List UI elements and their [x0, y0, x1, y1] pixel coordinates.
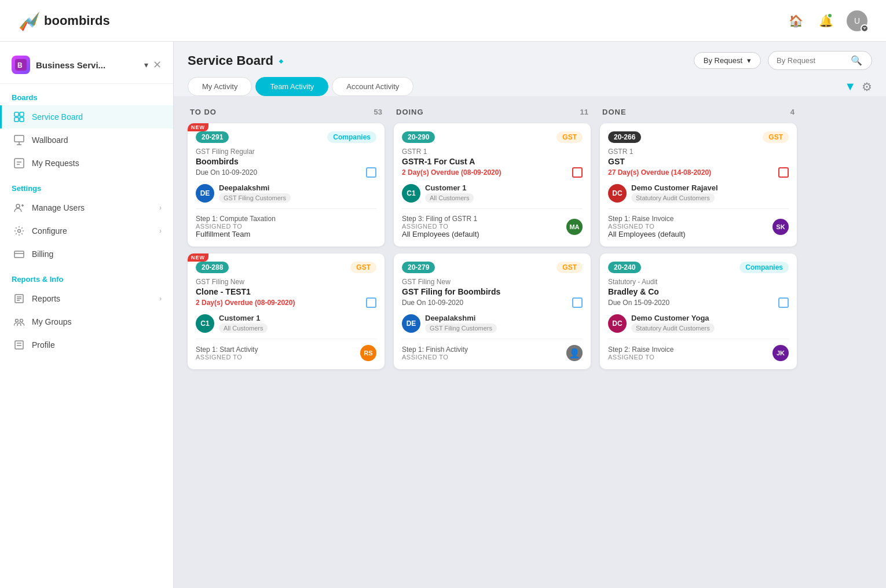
- due-icon: [778, 167, 789, 178]
- page-title: Service Board: [188, 53, 273, 68]
- card-step-row: Step 1: Finish Activity ASSIGNED TO 👤: [402, 345, 583, 361]
- column-done-title: DONE: [602, 108, 627, 116]
- configure-icon: [13, 225, 25, 237]
- search-icon: 🔍: [851, 55, 862, 66]
- step-team: All Employees (default): [402, 230, 479, 238]
- card-assignee: DE Deepalakshmi GST Filing Customers: [402, 314, 583, 339]
- card-tag: GST: [763, 131, 789, 143]
- card-20-266[interactable]: 20-266 GST GSTR 1 GST 27 Day(s) Overdue …: [600, 123, 797, 247]
- column-doing: DOING 11 20-290 GST GSTR 1 GSTR-1 For Cu…: [394, 108, 591, 576]
- sidebar-billing-label: Billing: [32, 249, 162, 259]
- sidebar-item-my-requests[interactable]: My Requests: [0, 152, 173, 175]
- tabs-row: My Activity Team Activity Account Activi…: [188, 77, 872, 96]
- sidebar-item-wallboard[interactable]: Wallboard: [0, 128, 173, 152]
- card-category: GST Filing New: [402, 278, 583, 286]
- card-name: Clone - TEST1: [196, 287, 376, 296]
- card-step-row: Step 3: Filing of GSTR 1 ASSIGNED TO All…: [402, 215, 583, 238]
- nav-right: 🏠 🔔 U: [786, 10, 867, 31]
- sidebar-close-icon[interactable]: ✕: [153, 58, 162, 71]
- sidebar-item-reports[interactable]: Reports ›: [0, 287, 173, 310]
- assignee-info: Deepalakshmi GST Filing Customers: [219, 183, 291, 203]
- page-title-dot-icon: ⬥: [278, 54, 284, 67]
- step-info: Step 2: Raise Invoice ASSIGNED TO: [608, 346, 673, 361]
- board-settings-icon[interactable]: ⚙: [862, 80, 872, 94]
- card-category: Statutory - Audit: [608, 278, 789, 286]
- step-label: ASSIGNED TO: [196, 354, 258, 361]
- notifications-icon[interactable]: 🔔: [817, 12, 835, 30]
- card-20-291[interactable]: NEW 20-291 Companies GST Filing Regular …: [188, 123, 385, 247]
- svg-rect-29: [15, 341, 23, 349]
- assignee-avatar: DE: [196, 184, 214, 203]
- by-request-chevron-icon: ▾: [747, 56, 751, 65]
- assignee-info: Demo Customer Rajavel Statutory Audit Cu…: [631, 183, 718, 203]
- column-done: DONE 4 20-266 GST GSTR 1 GST 27 Day(s) O…: [600, 108, 797, 576]
- sidebar-chevron-icon[interactable]: ▾: [144, 60, 148, 69]
- card-category: GSTR 1: [402, 148, 583, 156]
- assignee-group: GST Filing Customers: [425, 324, 497, 333]
- card-id-badge: 20-290: [402, 131, 435, 143]
- assignee-info: Deepalakshmi GST Filing Customers: [425, 314, 497, 333]
- assignee-avatar: DC: [608, 314, 627, 333]
- assignee-name: Deepalakshmi: [425, 314, 497, 322]
- sidebar-section-reports: Reports & Info: [0, 266, 173, 287]
- card-category: GSTR 1: [608, 148, 789, 156]
- assignee-group: Statutory Audit Customers: [631, 324, 715, 333]
- card-top: 20-240 Companies: [608, 262, 789, 273]
- card-due: Due On 10-09-2020: [402, 299, 463, 307]
- card-due: Due On 10-09-2020: [196, 168, 257, 177]
- sidebar-my-requests-label: My Requests: [32, 159, 162, 168]
- sidebar-item-service-board[interactable]: Service Board: [0, 105, 173, 128]
- card-20-290[interactable]: 20-290 GST GSTR 1 GSTR-1 For Cust A 2 Da…: [394, 123, 591, 247]
- due-icon: [572, 297, 583, 308]
- tab-controls: ▼ ⚙: [844, 80, 872, 94]
- card-id-badge: 20-240: [608, 262, 641, 273]
- step-avatar: MA: [566, 219, 583, 235]
- column-done-count: 4: [790, 108, 795, 116]
- card-step: Step 3: Filing of GSTR 1: [402, 215, 479, 223]
- assignee-info: Customer 1 All Customers: [425, 183, 474, 203]
- step-team: All Employees (default): [608, 230, 686, 238]
- card-id-badge: 20-288: [196, 262, 229, 273]
- step-label: ASSIGNED TO: [196, 223, 276, 230]
- card-name: GST Filing for Boombirds: [402, 287, 583, 296]
- sidebar-item-profile[interactable]: Profile: [0, 333, 173, 357]
- card-step: Step 2: Raise Invoice: [608, 346, 673, 354]
- card-category: GST Filing New: [196, 278, 376, 286]
- card-tag: GST: [557, 262, 583, 273]
- card-due-row: Due On 15-09-2020: [608, 297, 789, 308]
- logo-area: boombirds: [19, 10, 110, 31]
- user-avatar[interactable]: U: [847, 10, 867, 31]
- card-due-row: 2 Day(s) Overdue (08-09-2020): [402, 167, 583, 178]
- tab-account-activity[interactable]: Account Activity: [332, 77, 413, 96]
- sidebar-item-billing[interactable]: Billing: [0, 242, 173, 266]
- sidebar-item-configure[interactable]: Configure ›: [0, 219, 173, 242]
- home-icon[interactable]: 🏠: [786, 12, 805, 30]
- sidebar-item-my-groups[interactable]: My Groups: [0, 310, 173, 333]
- step-info: Step 1: Raise Invoice ASSIGNED TO All Em…: [608, 215, 686, 238]
- by-request-dropdown[interactable]: By Request ▾: [694, 52, 761, 69]
- assignee-group: GST Filing Customers: [219, 193, 291, 203]
- reports-icon: [13, 293, 25, 304]
- search-input[interactable]: [777, 56, 846, 65]
- filter-icon[interactable]: ▼: [844, 80, 856, 93]
- step-label: ASSIGNED TO: [402, 223, 479, 230]
- sidebar-item-manage-users[interactable]: Manage Users ›: [0, 196, 173, 219]
- service-board-icon: [13, 111, 25, 123]
- svg-rect-9: [14, 117, 19, 122]
- card-20-240[interactable]: 20-240 Companies Statutory - Audit Bradl…: [600, 253, 797, 369]
- assignee-group: Statutory Audit Customers: [631, 193, 715, 203]
- tab-team-activity[interactable]: Team Activity: [255, 77, 328, 96]
- sidebar-reports-label: Reports: [32, 294, 152, 303]
- card-20-288[interactable]: NEW 20-288 GST GST Filing New Clone - TE…: [188, 253, 385, 369]
- profile-icon: [13, 339, 25, 351]
- assignee-avatar: C1: [196, 314, 214, 333]
- tab-my-activity[interactable]: My Activity: [188, 77, 252, 96]
- card-due-row: 2 Day(s) Overdue (08-09-2020): [196, 297, 376, 308]
- sidebar-header: B Business Servi... ▾ ✕: [0, 51, 173, 84]
- card-20-279[interactable]: 20-279 GST GST Filing New GST Filing for…: [394, 253, 591, 369]
- step-team: Fulfillment Team: [196, 230, 276, 238]
- assignee-name: Customer 1: [425, 183, 474, 192]
- card-top: 20-266 GST: [608, 131, 789, 143]
- assignee-group: All Customers: [219, 324, 268, 333]
- column-doing-title: DOING: [396, 108, 424, 116]
